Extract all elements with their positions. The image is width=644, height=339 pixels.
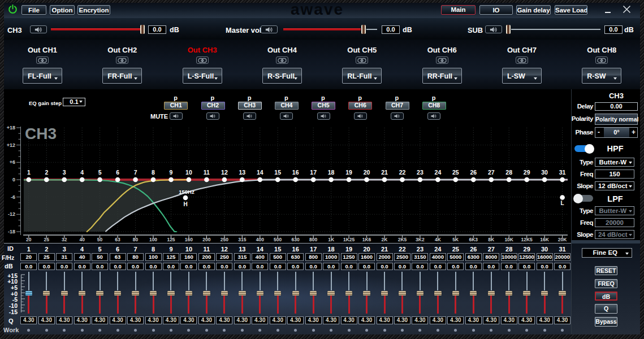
svg-text:40: 40 <box>79 237 85 242</box>
svg-text:22: 22 <box>399 169 406 176</box>
svg-text:17: 17 <box>310 169 317 176</box>
svg-text:14: 14 <box>257 169 263 176</box>
svg-text:30: 30 <box>541 169 548 176</box>
svg-text:24: 24 <box>435 169 442 176</box>
svg-text:80: 80 <box>133 237 139 242</box>
svg-text:800: 800 <box>309 237 317 242</box>
svg-text:15: 15 <box>274 169 281 176</box>
svg-text:-12: -12 <box>8 211 15 217</box>
svg-text:3: 3 <box>63 169 66 176</box>
svg-text:10: 10 <box>185 169 192 176</box>
svg-text:1K: 1K <box>328 237 335 242</box>
svg-text:2K5: 2K5 <box>398 237 407 242</box>
svg-text:10K: 10K <box>504 237 513 242</box>
svg-text:28: 28 <box>505 169 512 176</box>
svg-text:13: 13 <box>239 169 245 176</box>
svg-text:4: 4 <box>80 169 84 176</box>
svg-text:315: 315 <box>238 237 246 242</box>
svg-text:+18: +18 <box>7 125 15 131</box>
svg-text:26: 26 <box>470 169 477 176</box>
svg-text:-6: -6 <box>11 194 15 200</box>
svg-text:H: H <box>183 201 187 207</box>
svg-text:L: L <box>561 200 564 206</box>
svg-text:CH3: CH3 <box>25 125 57 142</box>
svg-text:100: 100 <box>149 237 157 242</box>
svg-text:20K: 20K <box>558 237 567 242</box>
svg-text:8: 8 <box>152 169 155 176</box>
svg-text:16: 16 <box>292 169 299 176</box>
svg-text:1K25: 1K25 <box>343 237 355 242</box>
svg-text:19: 19 <box>345 169 352 176</box>
svg-text:2K: 2K <box>382 237 388 242</box>
svg-text:0: 0 <box>12 177 15 182</box>
svg-text:20: 20 <box>26 237 32 242</box>
svg-text:25: 25 <box>452 169 459 176</box>
svg-text:63: 63 <box>115 237 120 242</box>
svg-text:1K6: 1K6 <box>362 237 371 242</box>
svg-text:16K: 16K <box>540 237 549 242</box>
svg-text:6K3: 6K3 <box>469 237 478 242</box>
svg-text:+12: +12 <box>7 142 15 148</box>
svg-text:1: 1 <box>27 169 31 176</box>
svg-text:12K5: 12K5 <box>521 237 533 242</box>
svg-text:20: 20 <box>364 169 370 176</box>
svg-text:23: 23 <box>417 169 423 176</box>
svg-text:3K2: 3K2 <box>416 237 425 242</box>
svg-text:5K: 5K <box>452 237 459 242</box>
svg-text:400: 400 <box>256 237 264 242</box>
svg-text:200: 200 <box>202 237 210 242</box>
svg-text:50: 50 <box>97 237 103 242</box>
svg-text:6: 6 <box>116 169 119 176</box>
svg-text:25: 25 <box>44 237 50 242</box>
svg-text:7: 7 <box>134 169 137 176</box>
svg-text:630: 630 <box>292 237 300 242</box>
svg-text:21: 21 <box>381 169 388 176</box>
svg-text:160: 160 <box>185 237 193 242</box>
svg-text:4K: 4K <box>435 237 442 242</box>
svg-text:32: 32 <box>62 237 67 242</box>
svg-text:18: 18 <box>328 169 335 176</box>
svg-text:27: 27 <box>488 169 495 176</box>
svg-text:29: 29 <box>524 169 530 176</box>
svg-text:+6: +6 <box>10 159 15 165</box>
svg-text:250: 250 <box>221 237 228 242</box>
svg-text:8K: 8K <box>488 237 495 242</box>
svg-text:500: 500 <box>274 237 282 242</box>
svg-text:125: 125 <box>167 237 175 242</box>
svg-text:11: 11 <box>204 169 210 176</box>
svg-text:31: 31 <box>559 169 566 176</box>
svg-text:9: 9 <box>170 169 173 176</box>
svg-text:5: 5 <box>98 169 102 176</box>
svg-text:150Hz: 150Hz <box>179 189 195 195</box>
svg-text:12: 12 <box>221 169 228 176</box>
svg-text:2: 2 <box>45 169 48 176</box>
svg-text:-18: -18 <box>8 229 15 234</box>
